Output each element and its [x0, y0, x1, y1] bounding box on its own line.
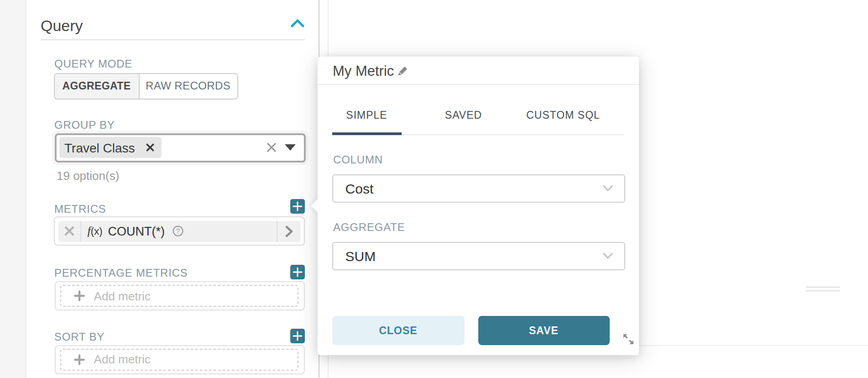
svg-text:?: ?: [176, 227, 179, 235]
